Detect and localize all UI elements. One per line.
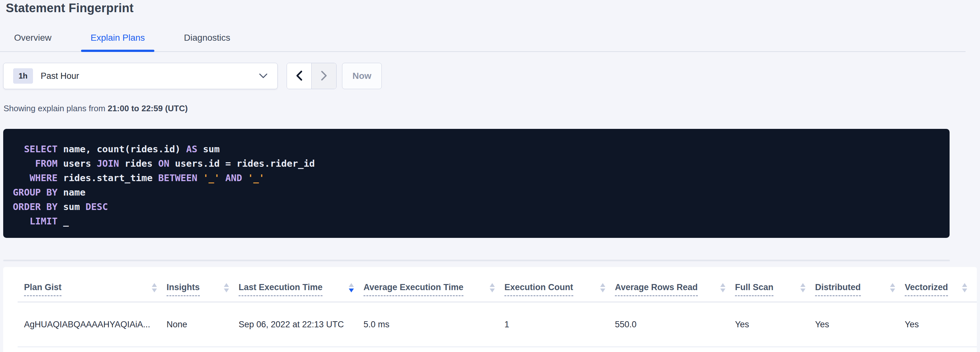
sql-token: rides.start_time <box>58 173 158 183</box>
sql-line: SELECT name, count(rides.id) AS sum <box>13 142 940 157</box>
cell-plan-gist[interactable]: AgHUAQIABQAAAAHYAQIAiA... <box>18 320 167 330</box>
next-interval-button[interactable] <box>312 63 336 89</box>
sql-token: BETWEEN <box>158 173 197 183</box>
sort-down-arrow-icon <box>800 288 805 292</box>
sql-token: sum <box>197 144 220 155</box>
sort-down-arrow-icon <box>152 288 157 292</box>
sort-icon <box>349 283 354 292</box>
cell-average-rows-read: 550.0 <box>615 320 735 330</box>
column-header-average-execution-time[interactable]: Average Execution Time <box>363 282 504 296</box>
chevron-left-icon <box>296 70 303 82</box>
column-header-insights[interactable]: Insights <box>167 282 239 296</box>
table-header-row: Plan GistInsightsLast Execution TimeAver… <box>18 267 977 302</box>
sql-token: GROUP BY <box>13 187 58 198</box>
sql-token: users <box>58 158 97 169</box>
sort-up-arrow-icon <box>962 283 967 287</box>
cell-full-scan: Yes <box>735 320 815 330</box>
column-label: Plan Gist <box>24 282 62 296</box>
sort-icon <box>962 283 967 292</box>
caption-prefix: Showing explain plans from <box>3 104 108 113</box>
sort-up-arrow-icon <box>490 283 495 287</box>
sql-token: DESC <box>86 201 108 212</box>
time-step-button-group <box>286 63 337 89</box>
sort-icon <box>600 283 605 292</box>
sql-line: FROM users JOIN rides ON users.id = ride… <box>13 157 940 171</box>
sql-token: ORDER BY <box>13 201 58 212</box>
previous-interval-button[interactable] <box>287 63 312 89</box>
column-header-execution-count[interactable]: Execution Count <box>504 282 615 296</box>
sql-token: WHERE <box>13 173 58 183</box>
cell-distributed: Yes <box>815 320 905 330</box>
sort-up-arrow-icon <box>349 283 354 287</box>
sort-up-arrow-icon <box>890 283 895 287</box>
sql-token: _ <box>58 216 69 227</box>
tab-diagnostics[interactable]: Diagnostics <box>174 33 240 51</box>
column-header-last-execution-time[interactable]: Last Execution Time <box>239 282 363 296</box>
sort-down-arrow-icon <box>224 288 229 292</box>
time-range-badge: 1h <box>13 68 33 84</box>
column-header-average-rows-read[interactable]: Average Rows Read <box>615 282 735 296</box>
chevron-down-icon <box>259 73 268 79</box>
column-header-full-scan[interactable]: Full Scan <box>735 282 815 296</box>
column-header-plan-gist[interactable]: Plan Gist <box>18 282 167 296</box>
cell-average-execution-time: 5.0 ms <box>363 320 504 330</box>
column-label: Full Scan <box>735 282 773 296</box>
column-label: Average Rows Read <box>615 282 698 296</box>
sql-token: AS <box>186 144 197 155</box>
sort-up-arrow-icon <box>800 283 805 287</box>
now-button[interactable]: Now <box>342 63 382 89</box>
cell-last-execution-time: Sep 06, 2022 at 22:13 UTC <box>239 320 363 330</box>
sort-down-arrow-icon <box>490 288 495 292</box>
sql-token: FROM <box>13 158 58 169</box>
sort-down-arrow-icon <box>600 288 605 292</box>
sql-line: ORDER BY sum DESC <box>13 200 940 214</box>
sort-icon <box>890 283 895 292</box>
sql-token: users.id = rides.rider_id <box>169 158 315 169</box>
sql-token: AND <box>226 173 242 183</box>
sql-token: ON <box>158 158 169 169</box>
sql-token: '_' <box>248 173 264 183</box>
sql-token: '_' <box>203 173 220 183</box>
page-title: Statement Fingerprint <box>6 1 134 15</box>
horizontal-scrollbar[interactable] <box>3 260 950 261</box>
sql-line: WHERE rides.start_time BETWEEN '_' AND '… <box>13 171 940 185</box>
sort-icon <box>152 283 157 292</box>
sort-icon <box>490 283 495 292</box>
chevron-right-icon <box>321 70 328 82</box>
sql-token <box>197 173 203 183</box>
sql-statement: SELECT name, count(rides.id) AS sum FROM… <box>13 142 940 229</box>
caption-range: 21:00 to 22:59 (UTC) <box>108 104 188 113</box>
column-label: Distributed <box>815 282 861 296</box>
column-header-distributed[interactable]: Distributed <box>815 282 905 296</box>
sql-token: name, count(rides.id) <box>58 144 186 155</box>
sort-icon <box>224 283 229 292</box>
sql-line: GROUP BY name <box>13 185 940 200</box>
sql-token: JOIN <box>97 158 119 169</box>
sort-up-arrow-icon <box>600 283 605 287</box>
column-label: Insights <box>167 282 200 296</box>
tab-explain-plans[interactable]: Explain Plans <box>81 33 155 51</box>
sql-statement-box: SELECT name, count(rides.id) AS sum FROM… <box>3 129 950 238</box>
tab-overview[interactable]: Overview <box>5 33 61 51</box>
table-row[interactable]: AgHUAQIABQAAAAHYAQIAiA...NoneSep 06, 202… <box>18 302 977 347</box>
sql-token: sum <box>58 201 86 212</box>
time-controls: 1h Past Hour Now <box>3 63 382 89</box>
sort-down-arrow-icon <box>720 288 725 292</box>
sort-down-arrow-icon <box>349 288 354 292</box>
column-label: Vectorized <box>905 282 948 296</box>
tab-bar: OverviewExplain PlansDiagnostics <box>0 30 966 52</box>
cell-insights: None <box>167 320 239 330</box>
sort-icon <box>720 283 725 292</box>
explain-plans-table: Plan GistInsightsLast Execution TimeAver… <box>18 267 977 347</box>
time-range-label: Past Hour <box>41 71 79 81</box>
sql-token: LIMIT <box>13 216 58 227</box>
time-range-dropdown[interactable]: 1h Past Hour <box>3 63 278 89</box>
time-range-caption: Showing explain plans from 21:00 to 22:5… <box>3 104 188 114</box>
sort-down-arrow-icon <box>890 288 895 292</box>
sql-token <box>220 173 225 183</box>
column-label: Average Execution Time <box>363 282 463 296</box>
sql-line: LIMIT _ <box>13 214 940 229</box>
column-header-vectorized[interactable]: Vectorized <box>905 282 977 296</box>
column-label: Last Execution Time <box>239 282 323 296</box>
sort-icon <box>800 283 805 292</box>
